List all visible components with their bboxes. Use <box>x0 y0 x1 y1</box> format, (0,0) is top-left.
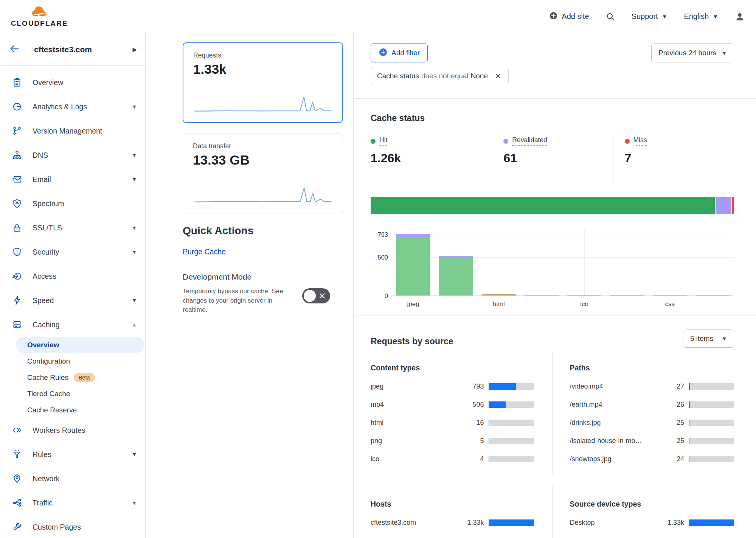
filter-chip-cache-status[interactable]: Cache status does not equal None <box>371 67 509 85</box>
share-nodes-icon <box>11 498 23 508</box>
sidebar-subitem-cache-reserve[interactable]: Cache Reserve <box>16 402 144 418</box>
row-bar <box>689 438 734 444</box>
legend-item-hit[interactable]: Hit <box>371 136 387 146</box>
sidebar-subitem-configuration[interactable]: Configuration <box>16 353 144 369</box>
sidebar-subitem-tiered-cache[interactable]: Tiered Cache <box>16 386 144 402</box>
chevron-down-icon: ▼ <box>132 152 137 158</box>
list-row: /earth.mp426 <box>570 401 734 409</box>
bar-segment-hit <box>653 295 687 296</box>
row-name: /drinks.jpg <box>570 419 660 427</box>
hosts-list: Hostscftestsite3.com1.33k <box>371 486 553 538</box>
chevron-down-icon: ▼ <box>722 50 727 56</box>
sidebar-item-ssl-tls[interactable]: SSL/TLS▼ <box>0 216 145 240</box>
sidebar-item-dns[interactable]: DNS▼ <box>0 143 145 167</box>
language-menu[interactable]: English ▼ <box>684 12 718 21</box>
toggle-x-icon <box>318 292 326 302</box>
sidebar-item-email[interactable]: Email▼ <box>0 167 145 191</box>
chart-bar <box>691 229 734 295</box>
device-types-list: Source device typesDesktop1.33k <box>553 486 734 538</box>
sidebar-item-version-management[interactable]: Version Management <box>0 119 145 143</box>
row-name: ico <box>371 455 460 463</box>
add-site-button[interactable]: Add site <box>549 11 589 22</box>
row-bar <box>689 383 734 390</box>
legend-item-miss[interactable]: Miss <box>625 136 647 146</box>
row-name: /isolated-house-in-mo… <box>570 437 660 445</box>
x-axis-label <box>691 300 734 308</box>
metric-card-data-transfer[interactable]: Data transfer13.33 GB <box>183 134 343 213</box>
bar-segment-hit <box>396 237 430 295</box>
development-mode-title: Development Mode <box>183 272 343 281</box>
requests-by-source-section: Requests by source 5 items ▼ Content typ… <box>354 316 756 474</box>
row-value: 25 <box>660 419 684 427</box>
sidebar-item-overview[interactable]: Overview <box>0 70 145 95</box>
arrow-circle-icon <box>11 271 23 281</box>
sidebar-item-security[interactable]: Security▼ <box>0 240 145 264</box>
x-axis-label <box>435 300 477 308</box>
list-row: cftestsite3.com1.33k <box>371 519 534 527</box>
chevron-down-icon: ▼ <box>722 336 727 342</box>
chart-bar-jpeg <box>392 229 435 295</box>
distribution-segment-revalidated <box>716 197 732 214</box>
cache-status-chart: 7935000 jpeghtmlicocss <box>371 229 734 308</box>
code-brackets-icon <box>11 425 23 435</box>
row-bar <box>489 420 534 426</box>
items-count-dropdown[interactable]: 5 items ▼ <box>683 330 734 348</box>
support-menu[interactable]: Support ▼ <box>632 12 668 21</box>
x-axis-label: css <box>649 300 691 308</box>
site-header: cftestsite3.com ▶ <box>0 33 145 66</box>
row-value: 1.33k <box>460 519 484 527</box>
sidebar-item-speed[interactable]: Speed▼ <box>0 288 145 313</box>
metric-card-requests[interactable]: Requests1.33k <box>183 42 343 123</box>
row-value: 793 <box>460 383 484 390</box>
sidebar-item-access[interactable]: Access <box>0 264 145 288</box>
dev-mode-toggle[interactable] <box>302 288 330 303</box>
row-bar <box>489 438 534 444</box>
cache-status-section: Cache status Hit1.26kRevalidated61Miss7 … <box>354 99 756 308</box>
list-row: /isolated-house-in-mo…25 <box>570 437 734 445</box>
sidebar-item-custom-pages[interactable]: Custom Pages <box>0 515 145 538</box>
chevron-down-icon: ▼ <box>132 451 137 457</box>
row-name: /video.mp4 <box>570 383 660 390</box>
row-value: 25 <box>660 437 684 445</box>
remove-filter-icon[interactable] <box>494 72 502 80</box>
chevron-down-icon: ▼ <box>713 13 718 20</box>
search-icon[interactable] <box>606 12 615 21</box>
sidebar-item-caching[interactable]: Caching▲ <box>0 313 145 337</box>
add-filter-button[interactable]: Add filter <box>371 44 428 62</box>
sidebar-item-analytics-logs[interactable]: Analytics & Logs▼ <box>0 95 145 119</box>
analytics-panel: Add filter Cache status does not equal N… <box>354 33 756 538</box>
sparkline <box>193 93 332 115</box>
cloudflare-logo[interactable]: CLOUDFLARE <box>9 6 70 28</box>
paths-list: Paths/video.mp427/earth.mp426/drinks.jpg… <box>553 351 734 474</box>
legend-dot-icon <box>625 139 630 144</box>
top-header: CLOUDFLARE Add site Support ▼ English ▼ <box>0 0 756 33</box>
funnel-icon <box>11 449 23 459</box>
row-value: 24 <box>660 455 684 463</box>
filter-bar: Add filter Cache status does not equal N… <box>354 33 756 99</box>
time-range-dropdown[interactable]: Previous 24 hours ▼ <box>651 44 734 62</box>
distribution-segment-miss <box>732 197 734 214</box>
location-pin-icon <box>11 474 23 484</box>
purge-cache-link[interactable]: Purge Cache <box>183 247 226 256</box>
row-value: 4 <box>460 455 484 463</box>
sidebar-subitem-overview[interactable]: Overview <box>16 337 144 353</box>
back-arrow-icon[interactable] <box>9 44 20 56</box>
content-types-list: Content typesjpeg793mp4506html16png5ico4 <box>371 351 553 474</box>
stat-value: 1.26k <box>371 151 492 165</box>
bar-segment-mixed <box>482 294 516 295</box>
branch-icon <box>11 126 23 136</box>
legend-item-revalidated[interactable]: Revalidated <box>503 136 547 146</box>
hosts-device-section: Hostscftestsite3.com1.33k Source device … <box>371 486 734 538</box>
sidebar-item-rules[interactable]: Rules▼ <box>0 442 145 466</box>
lock-icon <box>11 223 23 233</box>
bolt-icon <box>11 295 23 305</box>
sidebar-item-traffic[interactable]: Traffic▼ <box>0 491 145 515</box>
pie-chart-icon <box>11 102 23 112</box>
sidebar-item-spectrum[interactable]: Spectrum <box>0 191 145 216</box>
sidebar-subitem-cache-rules[interactable]: Cache RulesBeta <box>16 369 144 386</box>
user-avatar-icon[interactable] <box>735 12 745 22</box>
sidebar-item-workers-routes[interactable]: Workers Routes <box>0 418 145 442</box>
site-switcher-caret-icon[interactable]: ▶ <box>132 46 137 53</box>
cache-status-title: Cache status <box>371 113 734 123</box>
sidebar-item-network[interactable]: Network <box>0 466 145 491</box>
